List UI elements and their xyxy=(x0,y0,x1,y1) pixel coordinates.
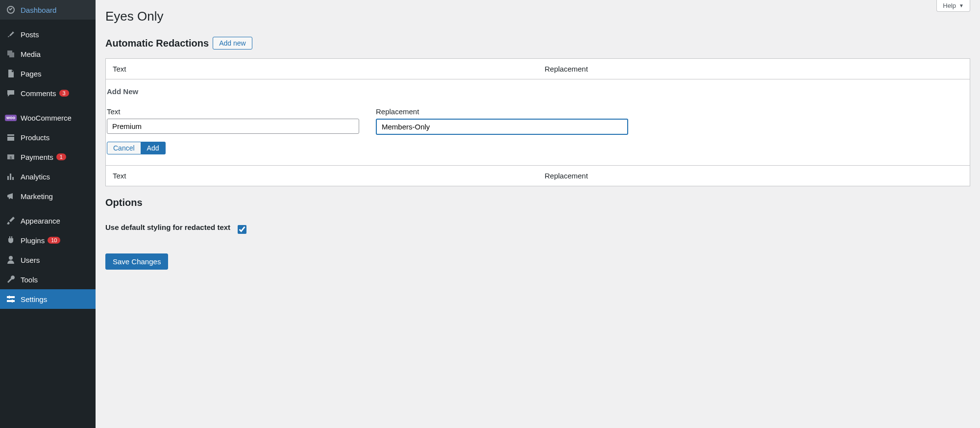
plug-icon xyxy=(6,235,16,245)
sidebar-item-marketing[interactable]: Marketing xyxy=(0,186,96,206)
sidebar-item-woocommerce[interactable]: woo WooCommerce xyxy=(0,108,96,127)
sidebar-item-label: Marketing xyxy=(21,192,53,201)
chevron-down-icon: ▼ xyxy=(959,3,964,8)
comments-badge: 3 xyxy=(59,90,69,97)
sidebar-item-label: Media xyxy=(21,50,41,58)
sidebar-item-label: Posts xyxy=(21,30,39,39)
redactions-heading: Automatic Redactions xyxy=(105,38,209,49)
text-field-label: Text xyxy=(107,107,359,116)
sidebar-item-payments[interactable]: $ Payments 1 xyxy=(0,147,96,167)
sidebar-item-media[interactable]: Media xyxy=(0,44,96,64)
sidebar-item-comments[interactable]: Comments 3 xyxy=(0,83,96,103)
redactions-table: Text Replacement Add New Text xyxy=(105,58,970,186)
sidebar-item-label: Comments xyxy=(21,89,56,98)
sidebar-item-pages[interactable]: Pages xyxy=(0,64,96,83)
wrench-icon xyxy=(6,275,16,284)
replacement-input[interactable] xyxy=(376,119,628,135)
analytics-icon xyxy=(6,172,16,181)
user-icon xyxy=(6,255,16,265)
options-heading: Options xyxy=(105,197,970,208)
save-changes-button[interactable]: Save Changes xyxy=(105,253,168,270)
sidebar-item-settings[interactable]: Settings xyxy=(0,289,96,309)
dashboard-icon xyxy=(6,5,16,15)
sidebar-item-label: WooCommerce xyxy=(21,114,72,122)
cancel-button[interactable]: Cancel xyxy=(107,142,141,154)
add-new-panel: Add New Text Replacement xyxy=(106,79,970,165)
sidebar-item-label: Products xyxy=(21,133,49,142)
sidebar-item-label: Plugins xyxy=(21,236,45,245)
megaphone-icon xyxy=(6,191,16,201)
sidebar-item-label: Dashboard xyxy=(21,6,56,14)
text-input[interactable] xyxy=(107,119,359,134)
sidebar-item-label: Payments xyxy=(21,153,53,161)
sidebar-item-label: Settings xyxy=(21,295,47,303)
pin-icon xyxy=(6,29,16,39)
sidebar-item-label: Analytics xyxy=(21,173,50,181)
add-button[interactable]: Add xyxy=(141,142,166,154)
woocommerce-icon: woo xyxy=(6,113,16,123)
sidebar-item-appearance[interactable]: Appearance xyxy=(0,211,96,230)
page-title: Eyes Only xyxy=(105,0,970,24)
page-icon xyxy=(6,69,16,78)
payments-badge: 1 xyxy=(56,153,66,160)
sidebar-item-analytics[interactable]: Analytics xyxy=(0,167,96,186)
sidebar-item-products[interactable]: Products xyxy=(0,127,96,147)
main-content: Help ▼ Eyes Only Automatic Redactions Ad… xyxy=(96,0,980,428)
column-header-replacement: Replacement xyxy=(538,59,970,79)
add-new-button[interactable]: Add new xyxy=(213,37,252,50)
comment-icon xyxy=(6,88,16,98)
redactions-section-header: Automatic Redactions Add new xyxy=(105,37,970,50)
column-header-text: Text xyxy=(106,59,538,79)
sidebar-item-dashboard[interactable]: Dashboard xyxy=(0,0,96,20)
sidebar-item-posts[interactable]: Posts xyxy=(0,25,96,44)
sidebar-item-label: Appearance xyxy=(21,217,60,225)
sidebar-item-users[interactable]: Users xyxy=(0,250,96,270)
replacement-field-label: Replacement xyxy=(376,107,628,116)
admin-sidebar: Dashboard Posts Media Pages Comments 3 w… xyxy=(0,0,96,428)
default-styling-label: Use default styling for redacted text xyxy=(105,222,238,233)
help-label: Help xyxy=(943,2,956,9)
help-tab[interactable]: Help ▼ xyxy=(936,0,970,12)
brush-icon xyxy=(6,216,16,226)
products-icon xyxy=(6,132,16,142)
column-footer-text: Text xyxy=(106,166,538,186)
plugins-badge: 10 xyxy=(48,237,60,244)
payments-icon: $ xyxy=(6,152,16,162)
sliders-icon xyxy=(6,294,16,304)
sidebar-item-label: Users xyxy=(21,256,40,264)
sidebar-item-label: Pages xyxy=(21,70,42,78)
media-icon xyxy=(6,49,16,59)
svg-text:$: $ xyxy=(10,155,12,160)
default-styling-checkbox[interactable] xyxy=(238,225,246,234)
sidebar-item-plugins[interactable]: Plugins 10 xyxy=(0,230,96,250)
add-new-heading: Add New xyxy=(106,87,970,107)
option-default-styling: Use default styling for redacted text xyxy=(105,222,970,234)
sidebar-item-label: Tools xyxy=(21,276,38,284)
sidebar-item-tools[interactable]: Tools xyxy=(0,270,96,289)
column-footer-replacement: Replacement xyxy=(538,166,970,186)
